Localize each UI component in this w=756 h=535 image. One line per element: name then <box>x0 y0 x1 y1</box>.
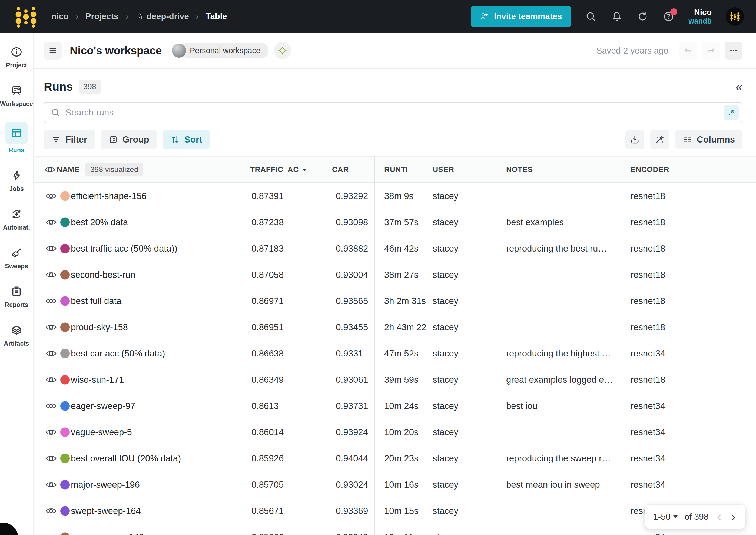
page-size-dropdown[interactable]: 1-50 <box>653 512 678 522</box>
search-icon[interactable] <box>585 11 597 22</box>
run-visibility-eye-icon[interactable] <box>45 350 57 357</box>
sidebar-item-workspace[interactable]: Workspace <box>0 83 33 108</box>
table-row[interactable]: wise-sun-1710.863490.9306139m 59sstaceyg… <box>34 366 756 393</box>
next-page-button[interactable]: › <box>730 510 737 523</box>
run-color-dot[interactable] <box>60 191 70 201</box>
run-visibility-eye-icon[interactable] <box>45 323 57 331</box>
invite-teammates-button[interactable]: Invite teammates <box>471 6 571 27</box>
breadcrumb-item-nico[interactable]: nico <box>51 12 69 21</box>
sparkle-button[interactable] <box>274 42 291 59</box>
run-visibility-eye-icon[interactable] <box>45 402 57 410</box>
workspace-badge-group[interactable]: Personal workspace <box>172 43 268 58</box>
notes-value[interactable]: best iou <box>506 401 537 411</box>
table-row[interactable]: vague-sweep-50.860140.9392410m 20sstacey… <box>34 419 756 445</box>
run-color-dot[interactable] <box>60 270 70 279</box>
filter-button[interactable]: Filter <box>44 130 95 149</box>
run-name[interactable]: best 20% data <box>71 217 128 227</box>
notifications-bell-icon[interactable] <box>611 11 623 22</box>
run-visibility-eye-icon[interactable] <box>45 454 57 463</box>
run-color-dot[interactable] <box>60 323 70 332</box>
table-row[interactable]: major-sweep-1960.857050.9302410m 16sstac… <box>34 471 756 498</box>
redo-button[interactable] <box>702 42 720 60</box>
run-name[interactable]: efficient-shape-156 <box>71 191 147 201</box>
regex-toggle-button[interactable]: .* <box>723 105 739 120</box>
notes-value[interactable]: best mean iou in sweep <box>506 480 600 490</box>
run-color-dot[interactable] <box>60 375 70 384</box>
run-visibility-eye-icon[interactable] <box>45 218 57 226</box>
avatar[interactable] <box>726 7 744 26</box>
column-header-name[interactable]: NAME <box>57 165 79 174</box>
run-name[interactable]: best full data <box>71 296 122 306</box>
table-row[interactable]: second-best-run0.870580.9300438m 27sstac… <box>34 262 756 288</box>
run-name[interactable]: best overall IOU (20% data) <box>71 453 181 464</box>
run-visibility-eye-icon[interactable] <box>45 533 57 535</box>
collapse-panel-icon[interactable]: « <box>736 81 742 93</box>
run-visibility-eye-icon[interactable] <box>45 192 57 200</box>
notes-value[interactable]: great examples logged e… <box>506 375 613 385</box>
run-color-dot[interactable] <box>60 244 70 253</box>
search-runs-input[interactable]: Search runs .* <box>44 102 742 123</box>
run-name[interactable]: proud-sky-158 <box>71 322 128 332</box>
run-name[interactable]: eager-sweep-97 <box>71 401 135 411</box>
export-download-button[interactable] <box>625 130 644 149</box>
wandb-logo-icon[interactable] <box>12 4 40 29</box>
user-info[interactable]: Nico wandb <box>689 8 712 25</box>
notes-value[interactable]: best examples <box>506 217 564 227</box>
table-row[interactable]: best traffic acc (50% data))0.871830.938… <box>34 235 756 262</box>
sidebar-item-automat[interactable]: Automat. <box>3 207 30 231</box>
table-row[interactable]: efficient-shape-1560.873910.9329238m 9ss… <box>34 183 756 209</box>
run-visibility-eye-icon[interactable] <box>45 297 57 305</box>
column-header-traffic-acc[interactable]: TRAFFIC_AC <box>250 165 307 174</box>
run-color-dot[interactable] <box>60 506 70 516</box>
more-options-button[interactable] <box>725 42 742 60</box>
run-visibility-eye-icon[interactable] <box>45 507 57 515</box>
run-visibility-eye-icon[interactable] <box>45 481 57 489</box>
sidebar-item-runs[interactable]: Runs <box>5 122 28 154</box>
run-color-dot[interactable] <box>60 480 70 489</box>
sidebar-item-project[interactable]: Project <box>5 44 28 69</box>
run-color-dot[interactable] <box>60 532 70 535</box>
run-name[interactable]: swept-sweep-164 <box>71 506 141 516</box>
breadcrumb-item-deep-drive[interactable]: deep-drive <box>135 12 189 21</box>
table-row[interactable]: proud-sky-1580.869510.934552h 43m 22stac… <box>34 314 756 340</box>
column-header-notes[interactable]: NOTES <box>506 165 533 174</box>
run-color-dot[interactable] <box>60 349 70 358</box>
run-name[interactable]: second-best-run <box>71 270 135 280</box>
run-color-dot[interactable] <box>60 296 70 306</box>
run-name[interactable]: wise-sun-171 <box>71 375 124 385</box>
table-row[interactable]: best 20% data0.872380.9309837m 57sstacey… <box>34 209 756 235</box>
run-name[interactable]: major-sweep-196 <box>71 480 140 490</box>
column-header-encoder[interactable]: ENCODER <box>631 165 669 174</box>
run-color-dot[interactable] <box>60 427 70 437</box>
magic-wand-button[interactable] <box>650 130 669 149</box>
run-visibility-eye-icon[interactable] <box>45 376 57 384</box>
columns-button[interactable]: Columns <box>675 130 742 149</box>
table-row[interactable]: best car acc (50% data)0.866380.933147m … <box>34 340 756 366</box>
run-visibility-eye-icon[interactable] <box>45 428 57 436</box>
notes-value[interactable]: reproducing the best ru… <box>506 243 607 254</box>
refresh-icon[interactable] <box>637 11 649 22</box>
sidebar-item-reports[interactable]: Reports <box>5 284 28 309</box>
run-name[interactable]: best traffic acc (50% data)) <box>71 243 177 254</box>
notes-value[interactable]: reproducing the sweep r… <box>506 453 611 464</box>
frozen-column-divider[interactable] <box>374 156 375 535</box>
run-color-dot[interactable] <box>60 401 70 410</box>
sort-button[interactable]: Sort <box>163 130 210 149</box>
workspace-menu-button[interactable] <box>44 42 62 60</box>
run-name[interactable]: 142 <box>71 532 144 535</box>
table-row[interactable]: eager-sweep-970.86130.9373110m 24sstacey… <box>34 393 756 419</box>
table-row[interactable]: best overall IOU (20% data)0.859260.9404… <box>34 445 756 471</box>
group-button[interactable]: Group <box>101 130 157 149</box>
sidebar-item-sweeps[interactable]: Sweeps <box>5 245 28 270</box>
run-visibility-eye-icon[interactable] <box>45 244 57 253</box>
column-header-car-acc[interactable]: CAR_ <box>332 165 353 174</box>
visibility-all-eye-icon[interactable] <box>44 165 56 174</box>
run-name[interactable]: vague-sweep-5 <box>71 427 132 437</box>
previous-page-button[interactable]: ‹ <box>716 510 723 523</box>
run-visibility-eye-icon[interactable] <box>45 271 57 279</box>
undo-button[interactable] <box>679 42 697 60</box>
sidebar-item-artifacts[interactable]: Artifacts <box>4 323 29 347</box>
breadcrumb-item-projects[interactable]: Projects <box>85 12 119 21</box>
breadcrumb-item-table[interactable]: Table <box>206 12 227 21</box>
notes-value[interactable]: reproducing the highest … <box>506 348 611 359</box>
